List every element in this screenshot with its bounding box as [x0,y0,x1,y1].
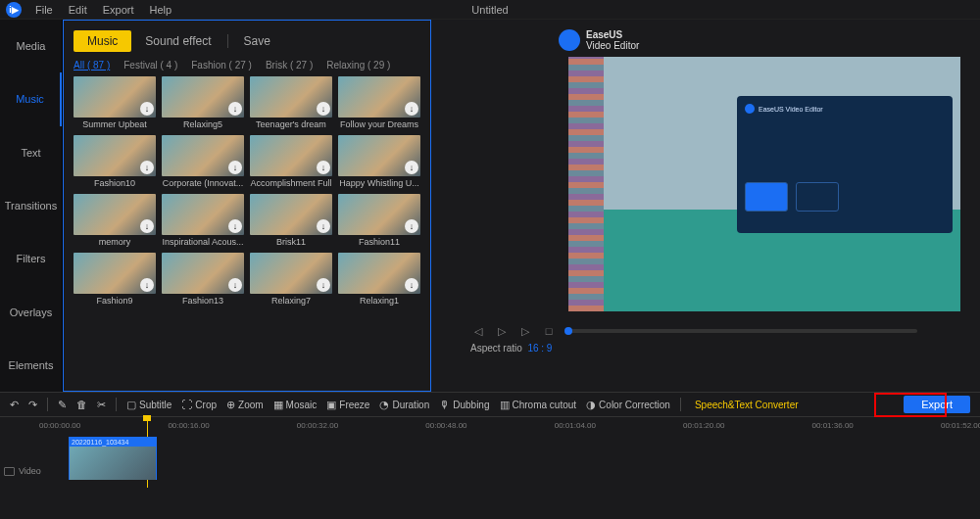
library-item[interactable]: ↓Relaxing7 [250,253,332,306]
item-thumbnail: ↓ [74,194,156,235]
tab-text[interactable]: Text [0,126,62,179]
item-thumbnail: ↓ [250,76,332,118]
download-icon[interactable]: ↓ [317,219,330,233]
time-ruler[interactable]: 00:00:00.0000:00:16.0000:00:32.0000:00:4… [39,421,941,430]
library-item[interactable]: ↓Accomplishment Full [250,135,332,188]
library-item[interactable]: ↓Corporate (Innovat... [162,135,244,188]
left-tabs: Media Music Text Transitions Filters Ove… [0,20,63,392]
timeline-clip[interactable]: 20220116_103434 [69,437,157,480]
tab-filters[interactable]: Filters [0,232,62,285]
preview-scrubber[interactable] [564,329,917,333]
library-item[interactable]: ↓Relaxing5 [162,76,244,129]
next-frame-icon[interactable]: ▷ [517,323,533,339]
download-icon[interactable]: ↓ [317,278,330,292]
library-item[interactable]: ↓Teenager's dream [250,76,332,129]
mosaic-button[interactable]: ▦Mosaic [273,399,318,411]
brand-line1: EaseUS [586,29,639,40]
item-thumbnail: ↓ [162,253,244,294]
dubbing-button[interactable]: 🎙Dubbing [439,399,489,410]
crop-button[interactable]: ⛶Crop [181,399,217,410]
download-icon[interactable]: ↓ [228,102,242,116]
library-item[interactable]: ↓Relaxing1 [338,253,420,306]
undo-button[interactable]: ↶ [10,399,19,411]
edit-button[interactable]: ✎ [58,399,67,411]
aspect-ratio-row: Aspect ratio 16 : 9 [470,343,552,354]
download-icon[interactable]: ↓ [405,219,418,233]
prev-frame-icon[interactable]: ◁ [470,323,486,339]
item-thumbnail: ↓ [338,194,420,235]
video-track[interactable]: 20220116_103434 [39,434,941,483]
item-label: Fashion10 [74,178,156,188]
subtab-sound-effect[interactable]: Sound effect [131,30,224,52]
menu-help[interactable]: Help [142,4,180,16]
library-item[interactable]: ↓Happy Whistling U... [338,135,420,188]
menu-export[interactable]: Export [95,4,142,16]
stop-icon[interactable]: □ [541,323,557,339]
scissors-icon: ✂ [97,399,106,411]
library-item[interactable]: ↓Fashion11 [338,194,420,247]
download-icon[interactable]: ↓ [317,102,330,116]
redo-button[interactable]: ↷ [28,399,37,411]
preview-window: EaseUS Video Editor [737,96,953,233]
item-thumbnail: ↓ [338,253,420,294]
play-icon[interactable]: ▷ [494,323,510,339]
library-item[interactable]: ↓Summer Upbeat [74,76,156,129]
separator [116,398,117,411]
download-icon[interactable]: ↓ [405,102,418,116]
download-icon[interactable]: ↓ [317,161,330,174]
tab-elements[interactable]: Elements [0,339,62,392]
library-item[interactable]: ↓Fashion13 [162,253,244,306]
item-label: Teenager's dream [250,119,332,129]
subtab-save[interactable]: Save [230,30,284,52]
download-icon[interactable]: ↓ [228,219,242,233]
cat-festival[interactable]: Festival ( 4 ) [123,60,177,71]
download-icon[interactable]: ↓ [405,161,418,174]
cat-fashion[interactable]: Fashion ( 27 ) [191,60,252,71]
tab-transitions[interactable]: Transitions [0,179,62,232]
tab-media[interactable]: Media [0,20,62,72]
preview-panel: EaseUS Video Editor EaseUS Video Editor … [431,20,980,392]
library-item[interactable]: ↓Follow your Dreams [338,76,420,129]
freeze-button[interactable]: ▣Freeze [326,399,369,411]
download-icon[interactable]: ↓ [405,278,418,292]
item-thumbnail: ↓ [74,253,156,294]
item-thumbnail: ↓ [162,135,244,176]
speech-text-converter[interactable]: Speech&Text Converter [695,400,799,410]
cat-brisk[interactable]: Brisk ( 27 ) [266,60,313,71]
tab-music[interactable]: Music [0,72,62,125]
split-button[interactable]: ✂ [97,399,106,411]
color-button[interactable]: ◑Color Correction [586,399,670,411]
library-item[interactable]: ↓Fashion9 [74,253,156,306]
preview-controls: ◁ ▷ ▷ □ [470,323,917,339]
download-icon[interactable]: ↓ [140,161,154,174]
tab-overlays[interactable]: Overlays [0,285,62,338]
download-icon[interactable]: ↓ [228,278,242,292]
zoom-button[interactable]: ⊕Zoom [226,399,264,411]
aspect-value[interactable]: 16 : 9 [527,343,552,354]
chroma-button[interactable]: ▥Chroma cutout [500,399,577,411]
edit-toolbar: ↶ ↷ ✎ 🗑 ✂ ▢Subtitle ⛶Crop ⊕Zoom ▦Mosaic … [0,392,980,417]
download-icon[interactable]: ↓ [140,278,154,292]
clip-thumbnail [70,447,156,480]
separator [47,398,48,411]
trash-icon: 🗑 [76,399,87,410]
delete-button[interactable]: 🗑 [76,399,87,410]
download-icon[interactable]: ↓ [228,161,242,174]
subtitle-button[interactable]: ▢Subtitle [126,399,172,411]
library-item[interactable]: ↓Brisk11 [250,194,332,247]
mic-icon: 🎙 [439,399,450,410]
library-item[interactable]: ↓Inspirational Acous... [162,194,244,247]
library-item[interactable]: ↓memory [74,194,156,247]
menu-file[interactable]: File [27,4,61,16]
download-icon[interactable]: ↓ [140,102,154,116]
subtab-music[interactable]: Music [74,30,131,52]
menu-edit[interactable]: Edit [61,4,95,16]
cat-all[interactable]: All ( 87 ) [74,60,110,71]
library-grid: ↓Summer Upbeat↓Relaxing5↓Teenager's drea… [74,76,420,306]
document-title: Untitled [471,4,508,16]
library-item[interactable]: ↓Fashion10 [74,135,156,188]
aspect-label: Aspect ratio [470,343,522,354]
download-icon[interactable]: ↓ [140,219,154,233]
duration-button[interactable]: ◔Duration [379,399,429,411]
cat-relaxing[interactable]: Relaxing ( 29 ) [326,60,390,71]
